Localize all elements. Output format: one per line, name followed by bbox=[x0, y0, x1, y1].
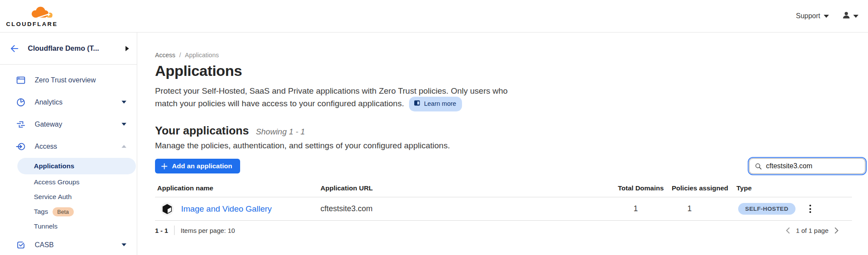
sidebar-item-label: Gateway bbox=[35, 121, 122, 128]
search-box bbox=[749, 158, 865, 174]
application-name-link[interactable]: Image and Video Gallery bbox=[181, 204, 272, 214]
kebab-menu-icon[interactable] bbox=[806, 203, 814, 215]
column-type: Type bbox=[736, 184, 806, 192]
access-arrow-icon bbox=[16, 141, 26, 152]
sidebar-item-label: Access bbox=[35, 143, 122, 150]
account-name: Cloudflare Demo (T... bbox=[28, 44, 117, 52]
items-range: 1 - 1 bbox=[155, 227, 168, 234]
cloudflare-wordmark: CLOUDFLARE bbox=[6, 21, 58, 27]
main-content: Access / Applications Applications Prote… bbox=[137, 33, 868, 255]
breadcrumb-applications: Applications bbox=[185, 52, 219, 59]
learn-more-badge[interactable]: Learn more bbox=[409, 97, 462, 112]
description-line-1: Protect your Self-Hosted, SaaS and Priva… bbox=[155, 86, 508, 95]
total-domains-value: 1 bbox=[618, 204, 672, 213]
support-caret-icon bbox=[824, 15, 829, 18]
sidebar-item-casb[interactable]: CASB bbox=[0, 234, 137, 255]
search-input[interactable] bbox=[766, 162, 860, 170]
user-menu[interactable] bbox=[842, 11, 858, 21]
sidebar-item-tunnels[interactable]: Tunnels bbox=[0, 219, 137, 234]
checkbox-icon bbox=[16, 240, 26, 250]
add-application-button[interactable]: Add an application bbox=[155, 159, 240, 173]
support-menu[interactable]: Support bbox=[796, 12, 829, 20]
window-icon bbox=[16, 75, 26, 85]
page-title: Applications bbox=[155, 62, 865, 79]
column-application-name: Application name bbox=[155, 184, 320, 192]
chevron-left-icon[interactable] bbox=[786, 227, 790, 234]
sidebar-item-analytics[interactable]: Analytics bbox=[0, 91, 137, 113]
user-icon bbox=[842, 11, 851, 21]
sidebar-item-label: Tags bbox=[34, 208, 48, 216]
gateway-icon bbox=[16, 119, 26, 130]
support-label: Support bbox=[796, 12, 820, 20]
sidebar-item-label: Access Groups bbox=[34, 178, 79, 186]
learn-more-label: Learn more bbox=[424, 98, 456, 110]
sidebar-item-service-auth[interactable]: Service Auth bbox=[0, 190, 137, 204]
sidebar-item-tags[interactable]: Tags Beta bbox=[0, 204, 137, 219]
back-arrow-icon[interactable] bbox=[9, 43, 19, 54]
controls-row: Add an application bbox=[155, 158, 865, 174]
table-footer: 1 - 1 Items per page: 10 1 of 1 page bbox=[155, 226, 838, 235]
top-bar-right: Support bbox=[796, 11, 858, 21]
sidebar-account-header: Cloudflare Demo (T... bbox=[0, 33, 137, 65]
sidebar-item-label: Analytics bbox=[35, 98, 122, 106]
column-total-domains: Total Domains bbox=[618, 184, 672, 192]
breadcrumb: Access / Applications bbox=[155, 52, 865, 59]
table-row: Image and Video Gallery cftestsite3.com … bbox=[155, 197, 852, 221]
plus-icon bbox=[161, 163, 168, 170]
user-caret-icon bbox=[853, 15, 858, 18]
sidebar-item-access-groups[interactable]: Access Groups bbox=[0, 175, 137, 190]
sidebar-item-label: Service Auth bbox=[34, 193, 72, 201]
sidebar-item-applications[interactable]: Applications bbox=[17, 158, 136, 174]
beta-badge: Beta bbox=[53, 207, 74, 216]
type-badge: SELF-HOSTED bbox=[738, 203, 795, 215]
chevron-up-icon bbox=[122, 145, 126, 148]
sidebar-item-label: CASB bbox=[35, 241, 122, 249]
sidebar-item-zero-trust-overview[interactable]: Zero Trust overview bbox=[0, 69, 137, 91]
section-subheading: Manage the policies, authentication, and… bbox=[155, 141, 865, 150]
cloudflare-cloud-icon bbox=[27, 5, 55, 20]
column-application-url: Application URL bbox=[320, 184, 618, 192]
applications-table: Application name Application URL Total D… bbox=[155, 184, 852, 235]
sidebar-item-access[interactable]: Access bbox=[0, 135, 137, 157]
chevron-right-icon[interactable] bbox=[835, 227, 838, 234]
collapse-toggle-icon[interactable] bbox=[125, 46, 129, 51]
footer-divider bbox=[174, 226, 175, 235]
breadcrumb-access[interactable]: Access bbox=[155, 52, 175, 59]
breadcrumb-separator: / bbox=[179, 52, 181, 59]
access-subnav: Applications Access Groups Service Auth … bbox=[0, 158, 137, 234]
sidebar-item-gateway[interactable]: Gateway bbox=[0, 113, 137, 135]
items-per-page[interactable]: Items per page: 10 bbox=[181, 227, 235, 234]
chevron-down-icon bbox=[122, 123, 126, 126]
sidebar: Cloudflare Demo (T... Zero Trust overvie… bbox=[0, 33, 137, 255]
section-title: Your applications bbox=[155, 124, 249, 137]
application-url-value: cftestsite3.com bbox=[320, 204, 618, 213]
top-bar: CLOUDFLARE Support bbox=[0, 0, 868, 33]
showing-count: Showing 1 - 1 bbox=[256, 127, 305, 137]
sidebar-item-label: Applications bbox=[34, 162, 74, 170]
sidebar-nav: Zero Trust overview Analytics bbox=[0, 65, 137, 255]
column-policies-assigned: Policies assigned bbox=[672, 184, 736, 192]
pie-chart-icon bbox=[16, 97, 26, 108]
table-header-row: Application name Application URL Total D… bbox=[155, 184, 852, 197]
cloudflare-logo[interactable]: CLOUDFLARE bbox=[6, 5, 58, 27]
sidebar-item-label: Tunnels bbox=[34, 222, 58, 230]
page-indicator: 1 of 1 page bbox=[796, 227, 828, 234]
search-icon bbox=[755, 163, 762, 170]
page-description: Protect your Self-Hosted, SaaS and Priva… bbox=[155, 85, 572, 112]
description-line-2: match your policies will have access to … bbox=[155, 99, 404, 108]
chevron-down-icon bbox=[122, 243, 126, 246]
chevron-down-icon bbox=[122, 101, 126, 104]
book-icon bbox=[414, 98, 420, 110]
cube-app-icon bbox=[160, 202, 174, 216]
sidebar-item-label: Zero Trust overview bbox=[35, 76, 126, 84]
add-application-label: Add an application bbox=[172, 162, 232, 170]
section-header: Your applications Showing 1 - 1 bbox=[155, 124, 865, 137]
policies-assigned-value: 1 bbox=[672, 204, 736, 213]
